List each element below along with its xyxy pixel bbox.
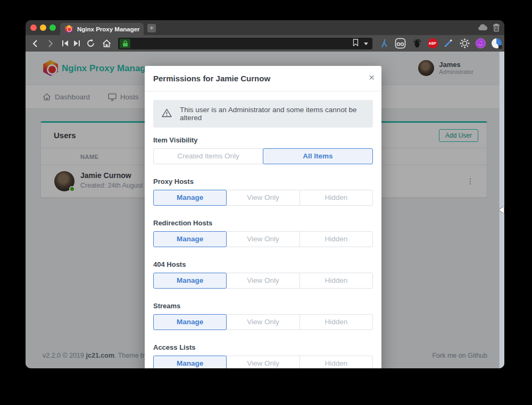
extension-gear-icon[interactable] [458,35,471,52]
permission-section-label: Item Visibility [153,136,373,144]
extension-gnome-foot-icon[interactable] [410,35,423,52]
npm-favicon-icon [65,25,73,33]
option-item-visibility-all-items[interactable]: All Items [263,148,373,164]
option-streams-view-only[interactable]: View Only [226,314,300,330]
permission-section-label: 404 Hosts [153,260,373,268]
option-proxy-hosts-manage[interactable]: Manage [153,190,227,206]
segmented-control: ManageView OnlyHidden [153,314,373,330]
skip-back-icon[interactable] [59,35,71,52]
browser-toolbar: ABP ◡̈ [26,35,504,52]
permissions-modal: Permissions for Jamie Curnow × This user… [145,66,381,368]
bookmark-icon[interactable] [353,39,359,48]
option-proxy-hosts-view-only[interactable]: View Only [226,190,300,206]
browser-window: Nginx Proxy Manager + [26,20,504,368]
option-streams-hidden[interactable]: Hidden [300,314,373,330]
option-access-lists-hidden[interactable]: Hidden [300,356,373,368]
option-access-lists-view-only[interactable]: View Only [226,356,300,368]
option-streams-manage[interactable]: Manage [153,314,227,330]
option-access-lists-manage[interactable]: Manage [153,356,227,368]
cloud-icon[interactable] [477,23,488,33]
permission-section-access-lists: Access Lists ManageView OnlyHidden [153,343,373,368]
permission-section-streams: Streams ManageView OnlyHidden [153,302,373,330]
option-proxy-hosts-hidden[interactable]: Hidden [300,190,373,206]
modal-close-icon[interactable]: × [369,72,375,83]
permission-section-item-visibility: Item Visibility Created Items OnlyAll It… [153,136,373,164]
segmented-control: ManageView OnlyHidden [153,190,373,206]
home-icon[interactable] [100,35,113,52]
reload-icon[interactable] [84,35,97,52]
screenshot-frame: { "browser": { "tab_title": "Nginx Proxy… [0,0,532,405]
option-redirection-hosts-manage[interactable]: Manage [153,231,227,247]
segmented-control: ManageView OnlyHidden [153,273,373,289]
segmented-control: Created Items OnlyAll Items [153,148,373,164]
option-redirection-hosts-hidden[interactable]: Hidden [300,231,373,247]
admin-warning-alert: This user is an Administrator and some i… [153,100,373,128]
permission-section-label: Streams [153,302,373,310]
new-tab-button[interactable]: + [147,24,156,32]
window-zoom-button[interactable] [49,24,56,31]
segmented-control: ManageView OnlyHidden [153,231,373,247]
modal-title: Permissions for Jamie Curnow [153,74,270,83]
permission-section-redirection-hosts: Redirection Hosts ManageView OnlyHidden [153,219,373,247]
window-close-button[interactable] [30,24,37,31]
extension-pie-icon[interactable] [489,35,503,52]
extension-adblock-plus-icon[interactable]: ABP [426,35,439,52]
option-item-visibility-created-items-only[interactable]: Created Items Only [153,148,263,164]
permission-section-label: Redirection Hosts [153,219,373,227]
warning-triangle-icon [162,108,172,119]
permission-section-404-hosts: 404 Hosts ManageView OnlyHidden [153,260,373,289]
segmented-control: ManageView OnlyHidden [153,356,373,368]
option-404-hosts-view-only[interactable]: View Only [226,273,300,289]
permission-section-proxy-hosts: Proxy Hosts ManageView OnlyHidden [153,178,373,206]
extension-purple-icon[interactable]: ◡̈ [473,35,487,52]
https-lock-icon[interactable] [120,39,130,48]
browser-tab-strip: Nginx Proxy Manager + [26,20,504,35]
extension-pen-icon[interactable] [441,35,455,52]
admin-warning-text: This user is an Administrator and some i… [180,106,364,122]
skip-forward-icon[interactable] [70,35,83,52]
window-minimize-button[interactable] [40,24,46,31]
extension-tampermonkey-icon[interactable] [393,35,407,52]
browser-tab[interactable]: Nginx Proxy Manager [60,23,144,35]
permission-section-label: Access Lists [153,343,373,351]
trash-icon[interactable] [493,23,500,34]
permission-section-label: Proxy Hosts [153,178,373,185]
tab-title: Nginx Proxy Manager [77,26,140,32]
bookmark-dropdown-icon[interactable] [364,43,368,45]
mouse-cursor [499,207,504,213]
option-404-hosts-hidden[interactable]: Hidden [300,273,373,289]
option-redirection-hosts-view-only[interactable]: View Only [226,231,300,247]
address-bar[interactable] [118,38,372,49]
back-button-icon[interactable] [28,35,41,52]
forward-button-icon[interactable] [44,35,57,52]
page-viewport: Nginx Proxy Manager James Administrator … [26,52,504,368]
extension-bluefork-icon[interactable] [377,35,391,52]
option-404-hosts-manage[interactable]: Manage [153,273,227,289]
